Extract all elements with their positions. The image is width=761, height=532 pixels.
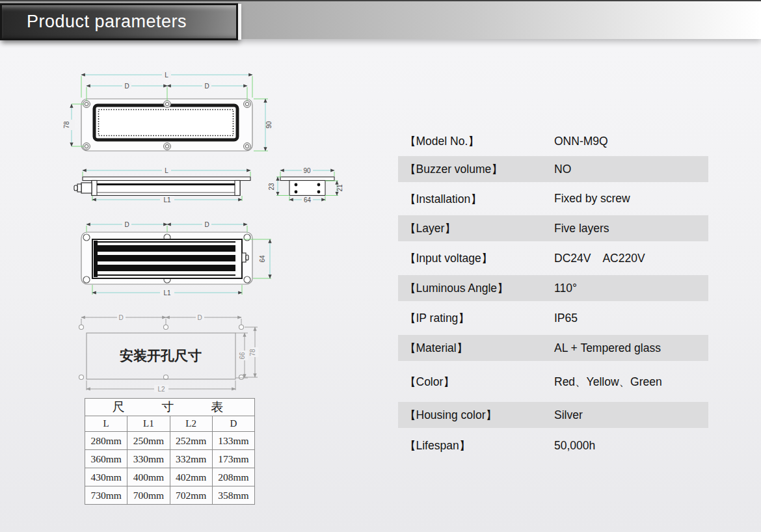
size-cell: 400mm <box>127 468 170 486</box>
param-value: Red、Yellow、Green <box>554 374 708 390</box>
dim-label-21: 21 <box>336 184 343 192</box>
size-cell: 702mm <box>170 486 212 505</box>
param-label: 【Material】 <box>398 340 554 356</box>
dim-label-D2: D <box>204 83 209 90</box>
param-label: 【Housing color】 <box>398 407 554 423</box>
param-value: Five layers <box>554 222 708 235</box>
bottom-view-drawing: D D 64 L1 <box>62 218 276 302</box>
dim-label-L2: L2 <box>157 386 165 393</box>
param-value-2: AC220V <box>602 252 645 265</box>
param-value: 50,000h <box>554 439 708 453</box>
param-label: 【Lifespan】 <box>398 438 554 453</box>
dim-label-L: L <box>165 72 168 79</box>
param-value: IP65 <box>554 312 708 325</box>
size-cell: 133mm <box>212 432 254 450</box>
size-table-row: 430mm 400mm 402mm 208mm <box>85 468 255 486</box>
param-value: DC24VAC220V <box>554 252 708 265</box>
page-title: Product parameters <box>2 5 236 38</box>
size-table-row: 360mm 330mm 332mm 173mm <box>85 450 255 468</box>
section-title-block: Product parameters <box>0 3 238 40</box>
size-cell: 173mm <box>212 450 254 468</box>
size-table-header-row: L L1 L2 D <box>85 416 255 432</box>
size-table: 尺 寸 表 L L1 L2 D 280mm 250mm 252mm 133mm … <box>85 398 255 505</box>
param-value: AL + Tempered glass <box>554 341 708 355</box>
param-label: 【Model No.】 <box>398 133 554 149</box>
cutout-caption: 安装开孔尺寸 <box>120 348 202 364</box>
dim-label-64: 64 <box>304 196 312 204</box>
param-row-ip-rating: 【IP rating】 IP65 <box>398 301 708 335</box>
size-cell: 208mm <box>212 468 254 486</box>
dim-label-66: 66 <box>239 352 246 360</box>
param-label: 【Luminous Angle】 <box>398 280 554 296</box>
cutout-view-drawing: D D 安装开孔尺寸 66 78 L2 <box>62 311 276 395</box>
dim-label-D2: D <box>204 221 209 228</box>
size-cell: 358mm <box>212 486 254 505</box>
size-table-row: 730mm 700mm 702mm 358mm <box>85 486 255 505</box>
size-cell: 700mm <box>127 486 170 505</box>
dim-label-78: 78 <box>63 121 70 129</box>
param-value: 110° <box>554 282 708 295</box>
param-value: Silver <box>554 408 708 422</box>
size-cell: 730mm <box>85 486 127 505</box>
dim-label-64: 64 <box>259 255 266 263</box>
side-view-drawing: L L1 90 23 21 <box>62 159 354 206</box>
dim-label-23: 23 <box>268 183 275 191</box>
size-table-header-L1: L1 <box>127 416 170 432</box>
size-cell: 250mm <box>127 432 170 450</box>
param-row-lifespan: 【Lifespan】 50,000h <box>398 428 708 463</box>
param-row-installation: 【Installation】 Fixed by screw <box>398 182 708 215</box>
dim-label-L: L <box>165 167 168 174</box>
param-row-color: 【Color】 Red、Yellow、Green <box>398 361 708 402</box>
size-cell: 330mm <box>127 450 170 468</box>
top-view-drawing: L D D 78 90 <box>62 68 280 156</box>
parameters-list: 【Model No.】 ONN-M9Q 【Buzzer volume】 NO 【… <box>398 126 708 463</box>
param-row-input-voltage: 【Input voltage】 DC24VAC220V <box>398 241 708 275</box>
dim-label-D1: D <box>124 221 129 228</box>
size-table-header-L: L <box>85 416 127 432</box>
dim-label-D1: D <box>118 314 123 321</box>
size-table-row: 280mm 250mm 252mm 133mm <box>85 432 255 450</box>
param-row-layer: 【Layer】 Five layers <box>398 215 708 241</box>
product-parameters-page: Product parameters L D D <box>0 0 761 532</box>
param-label: 【Buzzer volume】 <box>398 161 554 177</box>
param-row-housing-color: 【Housing color】 Silver <box>398 402 708 428</box>
size-cell: 360mm <box>85 450 127 468</box>
param-row-luminous-angle: 【Luminous Angle】 110° <box>398 275 708 301</box>
dim-label-L1: L1 <box>163 196 171 204</box>
size-cell: 252mm <box>170 432 212 450</box>
param-value: ONN-M9Q <box>554 135 708 148</box>
dim-label-90: 90 <box>265 121 273 129</box>
param-value: NO <box>554 163 708 176</box>
dim-label-78: 78 <box>249 349 256 356</box>
size-table-title: 尺 寸 表 <box>85 399 255 416</box>
param-value: Fixed by screw <box>554 192 708 206</box>
param-label: 【Layer】 <box>398 220 554 236</box>
param-row-material: 【Material】 AL + Tempered glass <box>398 335 708 361</box>
param-label: 【Input voltage】 <box>398 250 554 266</box>
dim-label-D2: D <box>197 314 202 321</box>
size-table-header-D: D <box>212 416 254 432</box>
size-table-header-L2: L2 <box>170 416 212 432</box>
param-label: 【IP rating】 <box>398 310 554 326</box>
param-row-model-no: 【Model No.】 ONN-M9Q <box>398 126 708 156</box>
dim-label-D1: D <box>124 83 129 90</box>
size-cell: 402mm <box>170 468 212 486</box>
dim-label-L1: L1 <box>163 289 171 297</box>
param-row-buzzer-volume: 【Buzzer volume】 NO <box>398 156 708 182</box>
param-label: 【Color】 <box>398 374 554 390</box>
dim-label-90: 90 <box>303 167 311 174</box>
size-cell: 332mm <box>170 450 212 468</box>
param-label: 【Installation】 <box>398 191 554 207</box>
size-cell: 430mm <box>85 468 127 486</box>
size-cell: 280mm <box>85 432 127 450</box>
